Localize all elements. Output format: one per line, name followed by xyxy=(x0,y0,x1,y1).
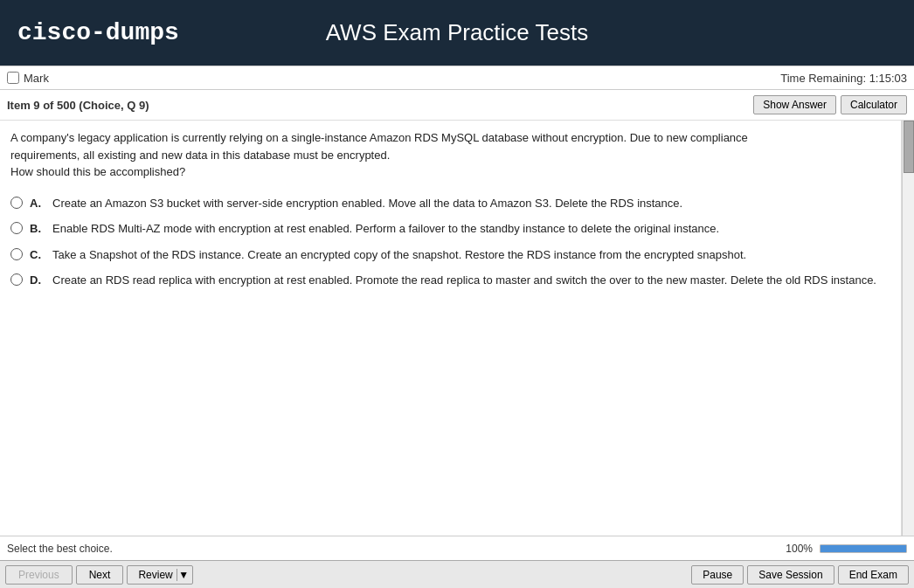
progress-fill xyxy=(821,545,906,552)
option-text: Enable RDS Multi-AZ mode with encryption… xyxy=(52,220,890,238)
question-info: Item 9 of 500 (Choice, Q 9) xyxy=(7,99,149,112)
option-item[interactable]: A.Create an Amazon S3 bucket with server… xyxy=(10,195,890,212)
time-remaining-value: 1:15:03 xyxy=(869,72,907,85)
review-label: Review xyxy=(138,569,172,581)
review-arrow-icon[interactable]: ▼ xyxy=(177,569,190,581)
show-answer-button[interactable]: Show Answer xyxy=(753,95,836,114)
option-radio-c[interactable] xyxy=(10,248,23,260)
review-button[interactable]: Review ▼ xyxy=(127,565,192,585)
scrollbar-track[interactable] xyxy=(902,121,914,536)
nav-left: Previous Next Review ▼ xyxy=(5,565,193,585)
scrollbar-thumb[interactable] xyxy=(904,121,914,173)
logo: cisco-dumps xyxy=(17,19,179,46)
mark-label: Mark xyxy=(24,72,49,85)
previous-button[interactable]: Previous xyxy=(5,565,73,585)
end-exam-button[interactable]: End Exam xyxy=(838,565,909,585)
header: cisco-dumps AWS Exam Practice Tests xyxy=(0,0,914,66)
content-wrapper: A company's legacy application is curren… xyxy=(0,121,914,536)
nav-bar: Previous Next Review ▼ Pause Save Sessio… xyxy=(0,560,914,588)
option-item[interactable]: D.Create an RDS read replica with encryp… xyxy=(10,272,890,289)
mark-section: Mark xyxy=(7,72,49,85)
option-text: Create an RDS read replica with encrypti… xyxy=(52,272,890,289)
option-radio-b[interactable] xyxy=(10,222,23,234)
time-remaining-label: Time Remaining: xyxy=(780,72,866,85)
question-header: Item 9 of 500 (Choice, Q 9) Show Answer … xyxy=(0,90,914,121)
option-radio-d[interactable] xyxy=(10,273,23,286)
question-text: A company's legacy application is curren… xyxy=(10,129,890,181)
status-bar: Select the best choice. 100% xyxy=(0,536,914,560)
next-button[interactable]: Next xyxy=(76,565,124,585)
progress-track xyxy=(820,544,907,553)
save-session-button[interactable]: Save Session xyxy=(747,565,834,585)
option-letter: C. xyxy=(30,246,45,264)
option-item[interactable]: B.Enable RDS Multi-AZ mode with encrypti… xyxy=(10,220,890,238)
option-letter: A. xyxy=(30,195,45,212)
pause-button[interactable]: Pause xyxy=(691,565,744,585)
option-text: Take a Snapshot of the RDS instance. Cre… xyxy=(52,246,890,264)
option-radio-a[interactable] xyxy=(10,197,23,209)
option-letter: D. xyxy=(30,272,45,289)
time-remaining: Time Remaining: 1:15:03 xyxy=(780,72,907,85)
options-list: A.Create an Amazon S3 bucket with server… xyxy=(10,195,890,289)
progress-area: 100% xyxy=(786,543,907,555)
calculator-button[interactable]: Calculator xyxy=(841,95,907,114)
mark-checkbox[interactable] xyxy=(7,72,19,84)
option-text: Create an Amazon S3 bucket with server-s… xyxy=(52,195,890,212)
option-item[interactable]: C.Take a Snapshot of the RDS instance. C… xyxy=(10,246,890,264)
page-title: AWS Exam Practice Tests xyxy=(326,19,589,46)
mark-row: Mark Time Remaining: 1:15:03 xyxy=(0,66,914,90)
status-text: Select the best choice. xyxy=(7,543,113,555)
option-letter: B. xyxy=(30,220,45,238)
nav-right: Pause Save Session End Exam xyxy=(691,565,909,585)
question-content: A company's legacy application is curren… xyxy=(0,121,902,536)
question-buttons: Show Answer Calculator xyxy=(753,95,907,114)
progress-label: 100% xyxy=(786,543,813,555)
